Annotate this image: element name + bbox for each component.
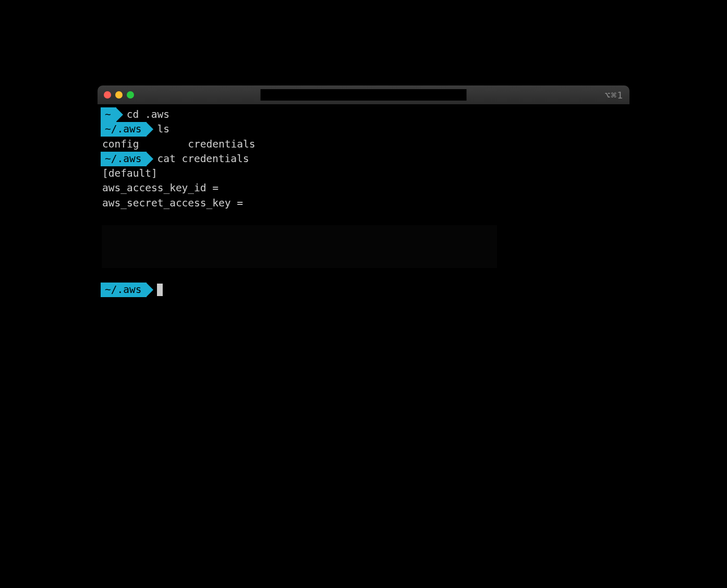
output-line-keyid: aws_access_key_id = — [101, 181, 629, 195]
output-line-secret: aws_secret_access_key = — [101, 196, 629, 211]
prompt-path: ~/.aws — [101, 122, 147, 137]
prompt-line-1: ~ cd .aws — [101, 107, 629, 122]
redacted-block — [271, 138, 485, 151]
prompt-line-3: ~/.aws cat credentials — [101, 152, 629, 166]
prompt-line-current: ~/.aws — [101, 283, 629, 297]
maximize-icon[interactable] — [127, 91, 134, 99]
ls-output: config credentials — [102, 137, 256, 152]
credentials-key-id-label: aws_access_key_id = — [102, 181, 225, 195]
traffic-lights — [104, 91, 134, 99]
keyboard-shortcut-hint: ⌥⌘1 — [604, 90, 623, 101]
close-icon[interactable] — [104, 91, 111, 99]
output-line-section: [default] — [101, 166, 629, 181]
terminal-body[interactable]: ~ cd .aws ~/.aws ls config credentials ~… — [98, 104, 629, 503]
command-text: ls — [157, 122, 169, 137]
output-line-ls: config credentials — [101, 137, 629, 152]
minimize-icon[interactable] — [115, 91, 123, 99]
command-text: cd .aws — [127, 107, 169, 122]
titlebar-title-redacted — [261, 89, 467, 101]
titlebar[interactable]: ⌥⌘1 — [98, 85, 629, 104]
redacted-key-id — [225, 182, 363, 194]
terminal-window: ⌥⌘1 ~ cd .aws ~/.aws ls config credentia… — [98, 85, 629, 503]
cursor-icon — [157, 284, 163, 296]
prompt-path: ~/.aws — [101, 283, 147, 297]
blank-line — [101, 211, 629, 225]
redacted-block — [102, 225, 497, 268]
prompt-path: ~/.aws — [101, 152, 147, 166]
credentials-secret-label: aws_secret_access_key = — [102, 196, 249, 211]
prompt-line-2: ~/.aws ls — [101, 122, 629, 137]
prompt-path: ~ — [101, 107, 116, 122]
credentials-section: [default] — [102, 166, 157, 181]
redacted-secret — [249, 197, 526, 210]
blank-line — [101, 268, 629, 283]
command-text: cat credentials — [157, 152, 249, 166]
